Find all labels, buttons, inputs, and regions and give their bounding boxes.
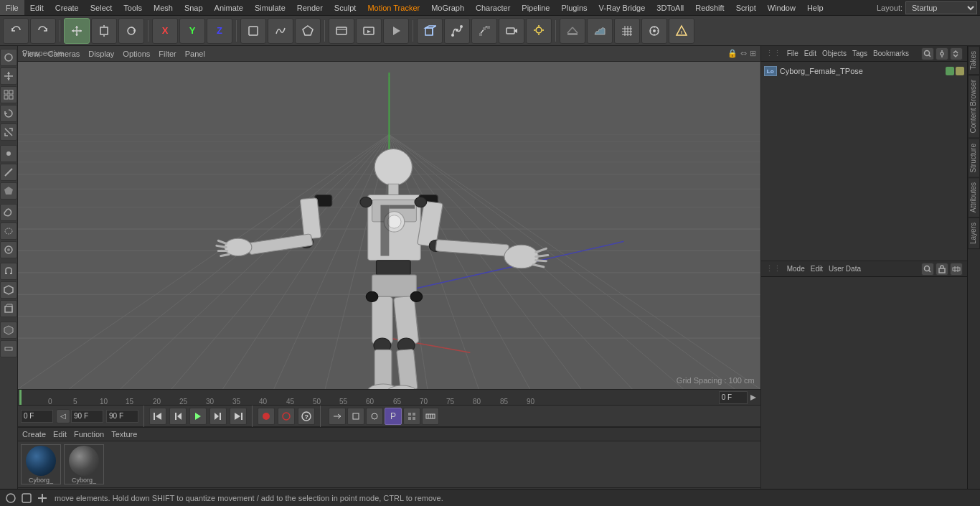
obj-bookmarks-menu[interactable]: Bookmarks — [873, 50, 909, 57]
extra-key-button[interactable] — [403, 408, 420, 425]
menu-mograph[interactable]: MoGraph — [425, 0, 470, 15]
menu-tools[interactable]: Tools — [118, 0, 148, 15]
menu-motion-tracker[interactable]: Motion Tracker — [362, 0, 425, 15]
mat-menu-function[interactable]: Function — [74, 430, 104, 439]
sidebar-hex2-icon[interactable] — [0, 322, 17, 339]
object-mode-button[interactable] — [240, 18, 266, 44]
sidebar-rect-icon[interactable] — [0, 340, 17, 357]
status-icon-2[interactable] — [20, 492, 33, 505]
menu-mesh[interactable]: Mesh — [148, 0, 179, 15]
material-2[interactable]: Cyborg_ — [64, 444, 104, 484]
vtab-layers[interactable]: Layers — [968, 217, 980, 249]
grid-button[interactable] — [614, 18, 640, 44]
object-render-icon[interactable] — [956, 67, 964, 75]
sidebar-scale-icon[interactable] — [0, 123, 17, 141]
menu-pipeline[interactable]: Pipeline — [516, 0, 555, 15]
param-key-button[interactable]: P — [385, 408, 402, 425]
attr-lock-btn[interactable] — [936, 263, 948, 276]
attr-settings-btn[interactable] — [950, 263, 963, 276]
menu-sculpt[interactable]: Sculpt — [329, 0, 362, 15]
attr-search-btn[interactable] — [921, 263, 934, 276]
status-icon-1[interactable] — [4, 492, 17, 505]
objects-expand-btn[interactable] — [950, 47, 963, 60]
auto-key-button[interactable] — [278, 408, 295, 425]
attr-edit-menu[interactable]: Edit — [811, 265, 823, 273]
step-forward-button[interactable] — [209, 408, 227, 425]
menu-redshift[interactable]: Redshift — [689, 0, 730, 15]
attr-mode-menu[interactable]: Mode — [787, 265, 805, 273]
menu-create[interactable]: Create — [50, 0, 85, 15]
camera-view-button[interactable] — [641, 18, 667, 44]
goto-start-button[interactable] — [149, 408, 166, 425]
sidebar-hex-icon[interactable] — [0, 281, 17, 299]
sidebar-lasso-icon[interactable] — [0, 222, 17, 240]
menu-script[interactable]: Script — [730, 0, 762, 15]
vtab-structure[interactable]: Structure — [968, 139, 980, 178]
step-back-button[interactable] — [169, 408, 187, 425]
frame-back-button[interactable]: ◁ — [56, 409, 70, 423]
total-frame-input[interactable] — [106, 410, 138, 423]
sidebar-grid-icon[interactable] — [0, 86, 17, 103]
sidebar-polygon-icon[interactable] — [0, 182, 17, 200]
axis-x-button[interactable]: X — [152, 18, 178, 44]
menu-select[interactable]: Select — [85, 0, 118, 15]
object-vis-icon[interactable] — [946, 67, 954, 75]
render-active-button[interactable] — [356, 18, 382, 44]
scale-key-button[interactable] — [347, 408, 364, 425]
vtab-takes[interactable]: Takes — [968, 46, 980, 75]
sidebar-move-icon[interactable] — [0, 67, 17, 85]
status-icon-3[interactable] — [36, 492, 49, 505]
sidebar-rotate-icon[interactable] — [0, 105, 17, 122]
menu-simulate[interactable]: Simulate — [249, 0, 291, 15]
sidebar-box-icon[interactable] — [0, 300, 17, 317]
vp-menu-panel[interactable]: Panel — [185, 50, 205, 58]
vtab-attributes[interactable]: Attributes — [968, 177, 980, 217]
menu-render[interactable]: Render — [291, 0, 329, 15]
render-view-button[interactable] — [329, 18, 354, 44]
obj-tags-menu[interactable]: Tags — [852, 50, 867, 57]
rotate-mode-button[interactable] — [118, 18, 144, 44]
vp-menu-filter[interactable]: Filter — [159, 50, 176, 58]
sidebar-sculpt-icon[interactable] — [0, 241, 17, 258]
current-frame-input[interactable] — [719, 391, 748, 404]
menu-file[interactable]: File — [0, 0, 24, 15]
render-button[interactable] — [383, 18, 409, 44]
obj-objects-menu[interactable]: Objects — [822, 50, 847, 57]
sidebar-edge-icon[interactable] — [0, 164, 17, 181]
vp-icon-arrows[interactable]: ⇔ — [740, 49, 747, 58]
nurbs-button[interactable] — [444, 18, 470, 44]
start-frame-input[interactable] — [21, 410, 53, 423]
vp-icon-lock[interactable]: 🔒 — [727, 49, 738, 58]
redo-button[interactable] — [30, 18, 56, 44]
obj-edit-menu[interactable]: Edit — [804, 50, 816, 57]
mat-menu-texture[interactable]: Texture — [111, 430, 137, 439]
objects-search-btn[interactable] — [921, 47, 934, 60]
sidebar-point-icon[interactable] — [0, 145, 17, 162]
lamp-button[interactable] — [669, 18, 694, 44]
mat-menu-create[interactable]: Create — [22, 430, 46, 439]
vtab-content-browser[interactable]: Content Browser — [968, 75, 980, 138]
material-1[interactable]: Cyborg_ — [21, 444, 61, 484]
cube-button[interactable] — [417, 18, 443, 44]
object-cyborg[interactable]: Lo Cyborg_Female_TPose — [764, 65, 964, 78]
menu-3dtoall[interactable]: 3DToAll — [651, 0, 689, 15]
sky-button[interactable] — [587, 18, 613, 44]
move-key-button[interactable] — [329, 408, 346, 425]
motion-key-button[interactable] — [422, 408, 439, 425]
obj-file-menu[interactable]: File — [787, 50, 798, 57]
end-frame-input[interactable] — [71, 410, 103, 423]
menu-animate[interactable]: Animate — [209, 0, 249, 15]
polygon-button[interactable] — [295, 18, 321, 44]
sidebar-twirl-icon[interactable] — [0, 204, 17, 221]
undo-button[interactable] — [3, 18, 29, 44]
help-button[interactable]: ? — [298, 408, 315, 425]
viewport[interactable]: View Cameras Display Options Filter Pane… — [18, 46, 760, 390]
menu-edit[interactable]: Edit — [24, 0, 50, 15]
sidebar-model-icon[interactable] — [0, 49, 17, 66]
mat-menu-edit[interactable]: Edit — [53, 430, 67, 439]
menu-plugins[interactable]: Plugins — [555, 0, 593, 15]
move-mode-button[interactable] — [64, 18, 90, 44]
vp-menu-options[interactable]: Options — [123, 50, 150, 58]
light-button[interactable] — [526, 18, 552, 44]
deform-button[interactable] — [471, 18, 497, 44]
